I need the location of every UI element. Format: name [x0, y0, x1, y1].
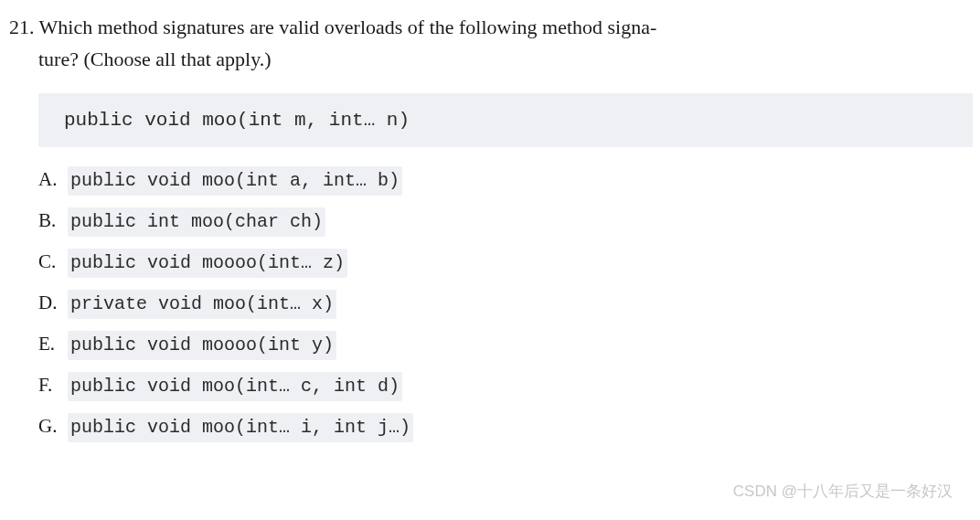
option-a: A. public void moo(int a, int… b): [38, 165, 980, 196]
option-b: B. public int moo(char ch): [38, 207, 980, 237]
option-code: public void moo(int… c, int d): [68, 372, 402, 401]
option-code: public void moooo(int y): [68, 331, 336, 360]
option-letter: B.: [38, 207, 62, 236]
code-block: public void moo(int m, int… n): [38, 93, 973, 147]
option-c: C. public void moooo(int… z): [38, 248, 980, 278]
option-f: F. public void moo(int… c, int d): [38, 371, 980, 401]
option-letter: F.: [38, 371, 62, 400]
watermark: CSDN @十八年后又是一条好汉: [733, 481, 953, 502]
question-text-line1: 21. Which method signatures are valid ov…: [0, 11, 980, 43]
question-text-content-1: Which method signatures are valid overlo…: [39, 16, 657, 38]
option-code: public void moooo(int… z): [68, 249, 347, 278]
option-e: E. public void moooo(int y): [38, 330, 980, 360]
question-number: 21.: [9, 16, 35, 38]
option-letter: C.: [38, 248, 62, 277]
question-container: 21. Which method signatures are valid ov…: [0, 0, 980, 442]
option-code: public void moo(int… i, int j…): [68, 413, 413, 442]
question-code: public void moo(int m, int… n): [64, 110, 410, 131]
options-list: A. public void moo(int a, int… b) B. pub…: [0, 165, 980, 442]
option-letter: A.: [38, 165, 62, 195]
option-code: public int moo(char ch): [68, 207, 325, 237]
option-code: public void moo(int a, int… b): [68, 166, 402, 196]
option-letter: D.: [38, 289, 62, 318]
option-g: G. public void moo(int… i, int j…): [38, 412, 980, 442]
option-code: private void moo(int… x): [68, 290, 336, 319]
question-text-content-2: ture? (Choose all that apply.): [38, 48, 272, 70]
option-letter: E.: [38, 330, 62, 359]
option-d: D. private void moo(int… x): [38, 289, 980, 319]
option-letter: G.: [38, 412, 62, 441]
question-text-line2: ture? (Choose all that apply.): [0, 43, 980, 75]
